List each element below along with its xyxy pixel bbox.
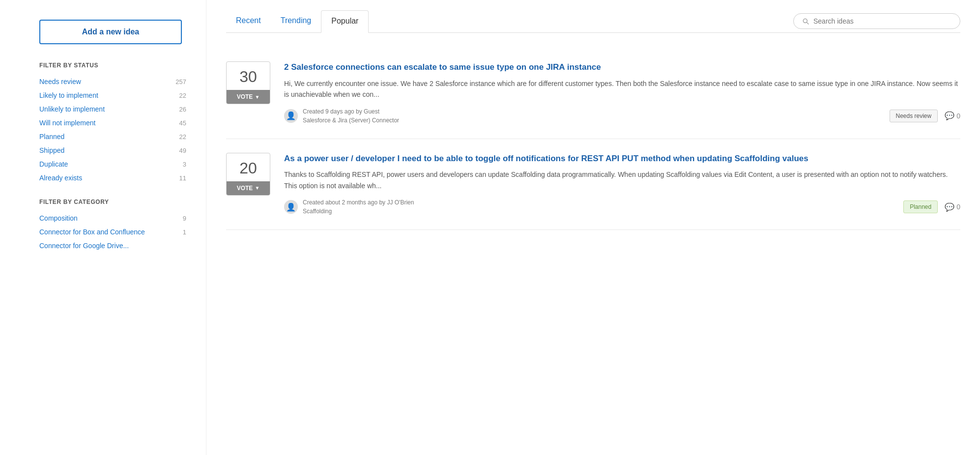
search-icon: [802, 17, 809, 25]
comment-icon: 💬: [945, 111, 954, 120]
status-filter-item: Likely to implement22: [39, 88, 186, 102]
idea-card: 20 VOTE ▼ As a power user / developer I …: [226, 139, 960, 230]
status-badge[interactable]: Needs review: [890, 110, 938, 122]
category-filter-link[interactable]: Composition: [39, 214, 78, 222]
created-text: Created 9 days ago by Guest: [303, 107, 399, 116]
status-filter-count: 26: [179, 106, 186, 113]
vote-count: 30: [239, 62, 257, 90]
comment-count: 0: [956, 112, 960, 120]
idea-meta-left: 👤 Created about 2 months ago by JJ O'Bri…: [284, 198, 414, 216]
idea-meta-row: 👤 Created about 2 months ago by JJ O'Bri…: [284, 198, 960, 216]
status-filter-link[interactable]: Will not implement: [39, 119, 95, 127]
idea-meta-left: 👤 Created 9 days ago by Guest Salesforce…: [284, 107, 399, 125]
category-filter-link[interactable]: Connector for Google Drive...: [39, 242, 129, 250]
category-filter-item: Composition9: [39, 211, 186, 225]
avatar-icon: 👤: [286, 202, 296, 212]
status-filter-link[interactable]: Needs review: [39, 78, 81, 85]
filter-by-status-label: FILTER BY STATUS: [39, 62, 186, 69]
comment-icon: 💬: [945, 202, 954, 212]
status-filter-item: Planned22: [39, 130, 186, 143]
status-badge[interactable]: Planned: [903, 200, 938, 213]
status-filter-link[interactable]: Likely to implement: [39, 91, 98, 99]
vote-box: 30 VOTE ▼: [226, 61, 270, 104]
tab-trending[interactable]: Trending: [271, 10, 321, 32]
status-filter-count: 22: [179, 133, 186, 141]
status-filter-count: 49: [179, 147, 186, 154]
category-filter-item: Connector for Google Drive...: [39, 239, 186, 253]
created-text: Created about 2 months ago by JJ O'Brien: [303, 198, 414, 207]
search-input[interactable]: [813, 17, 952, 25]
tab-popular[interactable]: Popular: [321, 10, 369, 33]
comments-wrap: 💬 0: [945, 111, 960, 120]
avatar: 👤: [284, 200, 298, 214]
idea-card: 30 VOTE ▼ 2 Salesforce connections can e…: [226, 48, 960, 139]
idea-meta-right: Needs review 💬 0: [890, 110, 961, 122]
idea-meta-right: Planned 💬 0: [903, 200, 960, 213]
status-filter-link[interactable]: Duplicate: [39, 160, 68, 168]
tab-recent[interactable]: Recent: [226, 10, 271, 32]
product-text: Salesforce & Jira (Server) Connector: [303, 116, 399, 125]
status-filter-link[interactable]: Unlikely to implement: [39, 105, 105, 113]
category-filter-count: 1: [183, 228, 186, 236]
search-box[interactable]: [793, 13, 960, 29]
idea-body: As a power user / developer I need to be…: [284, 153, 960, 216]
idea-title[interactable]: As a power user / developer I need to be…: [284, 153, 960, 165]
vote-arrow-icon: ▼: [255, 185, 259, 191]
idea-meta-row: 👤 Created 9 days ago by Guest Salesforce…: [284, 107, 960, 125]
status-filter-item: Already exists11: [39, 171, 186, 185]
comments-wrap: 💬 0: [945, 202, 960, 212]
status-filter-item: Unlikely to implement26: [39, 102, 186, 116]
vote-label: VOTE: [237, 93, 253, 100]
status-filter-count: 45: [179, 119, 186, 127]
status-filter-link[interactable]: Planned: [39, 133, 64, 141]
status-filter-count: 11: [179, 174, 186, 182]
status-filter-count: 3: [183, 161, 186, 168]
vote-button[interactable]: VOTE ▼: [227, 181, 270, 195]
category-filter-list: Composition9Connector for Box and Conflu…: [39, 211, 186, 253]
status-filter-item: Duplicate3: [39, 157, 186, 171]
tabs-row: RecentTrendingPopular: [226, 0, 960, 33]
filter-by-category-label: FILTER BY CATEGORY: [39, 199, 186, 205]
vote-box: 20 VOTE ▼: [226, 153, 270, 196]
idea-excerpt: Hi, We currently encounter one issue. We…: [284, 78, 960, 100]
status-filter-item: Will not implement45: [39, 116, 186, 130]
category-filter-count: 9: [183, 215, 186, 222]
ideas-list: 30 VOTE ▼ 2 Salesforce connections can e…: [226, 48, 960, 230]
status-filter-item: Needs review257: [39, 75, 186, 88]
vote-button[interactable]: VOTE ▼: [227, 90, 270, 104]
add-idea-button[interactable]: Add a new idea: [39, 20, 182, 44]
product-text: Scaffolding: [303, 207, 414, 216]
status-filter-item: Shipped49: [39, 143, 186, 157]
vote-count: 20: [239, 153, 257, 181]
status-filter-count: 257: [175, 78, 186, 85]
meta-text: Created about 2 months ago by JJ O'Brien…: [303, 198, 414, 216]
status-filter-count: 22: [179, 92, 186, 99]
category-filter-link[interactable]: Connector for Box and Confluence: [39, 228, 145, 236]
status-filter-list: Needs review257Likely to implement22Unli…: [39, 75, 186, 185]
status-filter-link[interactable]: Shipped: [39, 146, 64, 154]
avatar-icon: 👤: [286, 111, 296, 120]
main-content: RecentTrendingPopular 30 VOTE ▼ 2 Salesf…: [206, 0, 980, 455]
status-filter-link[interactable]: Already exists: [39, 174, 82, 182]
vote-arrow-icon: ▼: [255, 94, 259, 100]
vote-label: VOTE: [237, 185, 253, 192]
category-filter-item: Connector for Box and Confluence1: [39, 225, 186, 239]
idea-title[interactable]: 2 Salesforce connections can escalate to…: [284, 61, 960, 73]
idea-excerpt: Thanks to Scaffolding REST API, power us…: [284, 169, 960, 191]
avatar: 👤: [284, 109, 298, 123]
sidebar: Add a new idea FILTER BY STATUS Needs re…: [0, 0, 206, 455]
comment-count: 0: [956, 203, 960, 211]
meta-text: Created 9 days ago by Guest Salesforce &…: [303, 107, 399, 125]
idea-body: 2 Salesforce connections can escalate to…: [284, 61, 960, 125]
